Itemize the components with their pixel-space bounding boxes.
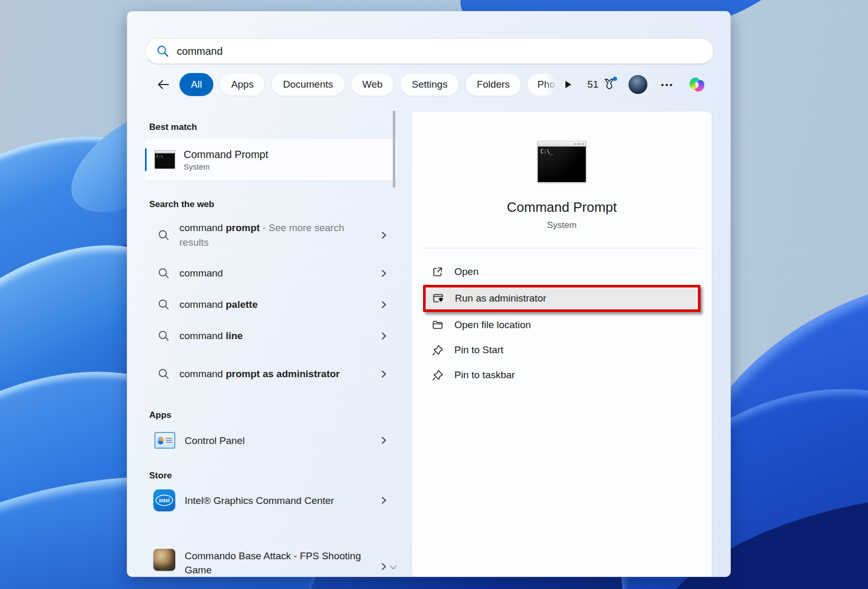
search-icon [158, 298, 170, 311]
web-suggestion[interactable]: command [145, 258, 402, 289]
action-pin-to-start[interactable]: Pin to Start [423, 338, 701, 362]
search-icon [158, 330, 170, 342]
intel-icon: intel [153, 489, 175, 511]
section-heading-apps: Apps [145, 410, 402, 422]
section-heading-search-the-web: Search the web [145, 199, 402, 211]
command-prompt-icon-large: C:\_ [537, 141, 586, 183]
results-column: Best match C:\ Command Prompt System Sea… [145, 122, 402, 577]
back-button[interactable] [154, 76, 172, 93]
command-prompt-icon: C:\ [154, 150, 175, 169]
search-input[interactable] [177, 45, 688, 57]
rewards-notification-dot [613, 77, 617, 81]
avatar[interactable] [629, 75, 647, 94]
desktop: All Apps Documents Web Settings Folders … [0, 0, 868, 589]
copilot-icon[interactable] [686, 74, 707, 95]
topbar-right-cluster: 51 ••• [587, 74, 707, 95]
section-heading-best-match: Best match [145, 122, 402, 134]
web-suggestion[interactable]: command palette [145, 289, 402, 320]
action-list: Open Run as administrator Open fi [412, 260, 712, 387]
tab-overflow-button[interactable] [560, 77, 575, 92]
filter-tab-folders[interactable]: Folders [465, 73, 521, 96]
chevron-right-icon [380, 231, 388, 239]
filter-tab-web[interactable]: Web [351, 73, 394, 96]
control-panel-icon [154, 432, 175, 449]
action-open[interactable]: Open [423, 260, 701, 284]
result-subtitle: System [184, 162, 268, 171]
more-options-button[interactable]: ••• [661, 80, 674, 89]
rewards-count: 51 [587, 79, 598, 90]
results-scrollbar[interactable] [393, 111, 395, 570]
divider [422, 248, 702, 248]
search-icon [158, 229, 170, 242]
pushpin-icon [431, 369, 444, 381]
chevron-right-icon [380, 436, 388, 444]
preview-subtitle: System [547, 220, 577, 231]
web-suggestion[interactable]: command prompt as administrator [145, 352, 402, 396]
filter-tab-all[interactable]: All [179, 73, 213, 96]
chevron-right-icon [380, 496, 388, 504]
web-suggestion[interactable]: command line [145, 320, 402, 352]
chevron-down-icon [389, 564, 397, 571]
chevron-right-icon [380, 269, 388, 278]
action-run-as-administrator[interactable]: Run as administrator [423, 285, 701, 312]
chevron-right-icon [380, 562, 388, 571]
store-result-intel-gcc[interactable]: intel Intel® Graphics Command Center [145, 484, 402, 516]
arrow-left-icon [156, 78, 170, 91]
preview-pane: C:\_ Command Prompt System Open [412, 111, 712, 577]
filter-tab-settings[interactable]: Settings [400, 73, 459, 96]
search-panel: All Apps Documents Web Settings Folders … [127, 11, 731, 577]
chevron-right-icon [380, 300, 388, 309]
search-icon [156, 44, 170, 58]
selection-accent-bar [145, 148, 147, 171]
pushpin-icon [431, 344, 444, 356]
store-result-commando-game[interactable]: Commando Base Attack - FPS Shooting Game [145, 546, 402, 577]
preview-title: Command Prompt [507, 199, 617, 215]
chevron-right-icon [380, 332, 388, 340]
web-suggestion[interactable]: command prompt - See more search results [145, 213, 402, 258]
search-icon [158, 267, 170, 280]
open-external-icon [431, 266, 444, 278]
filter-tab-apps[interactable]: Apps [220, 73, 265, 96]
search-icon [158, 368, 170, 380]
run-as-administrator-icon [432, 292, 444, 305]
filter-tab-row: All Apps Documents Web Settings Folders … [127, 73, 731, 96]
result-title: Command Prompt [184, 149, 268, 161]
folder-icon [431, 319, 444, 331]
game-icon [153, 549, 175, 571]
best-match-command-prompt[interactable]: C:\ Command Prompt System [145, 139, 397, 181]
scroll-down-chevron[interactable] [389, 563, 397, 573]
filter-tab-documents[interactable]: Documents [271, 73, 344, 96]
filter-tab-photos[interactable]: Pho [527, 73, 558, 96]
action-pin-to-taskbar[interactable]: Pin to taskbar [423, 363, 701, 387]
section-heading-store: Store [145, 471, 402, 482]
rewards-button[interactable] [602, 77, 617, 92]
play-triangle-icon [562, 79, 573, 90]
search-box[interactable] [145, 38, 714, 64]
scrollbar-thumb[interactable] [393, 111, 395, 188]
action-open-file-location[interactable]: Open file location [423, 313, 701, 337]
app-result-control-panel[interactable]: Control Panel [145, 424, 402, 457]
chevron-right-icon [380, 370, 388, 378]
svg-text:intel: intel [159, 498, 170, 503]
